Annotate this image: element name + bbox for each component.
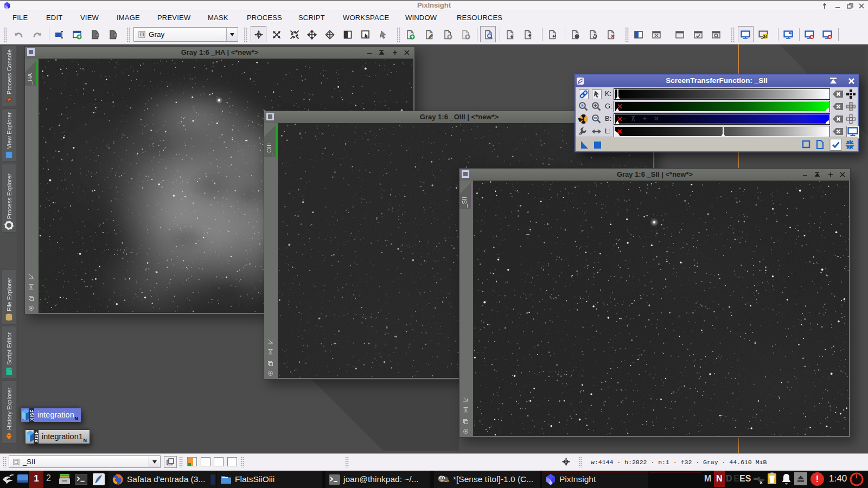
svg-text:24: 24 [763,35,768,38]
